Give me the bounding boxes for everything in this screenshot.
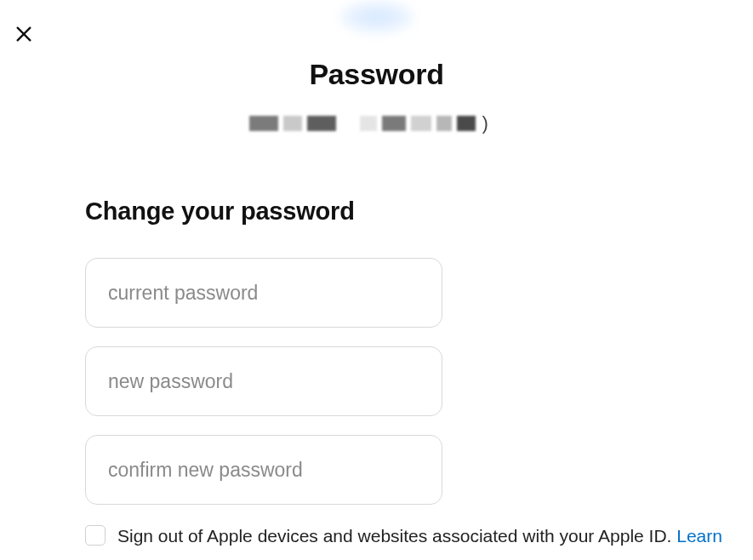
avatar-blurred [339, 0, 415, 34]
section-heading: Change your password [85, 197, 736, 226]
close-icon [14, 25, 33, 47]
close-button[interactable] [12, 24, 36, 48]
new-password-input[interactable] [85, 346, 442, 416]
account-identifier-redacted: ) [249, 112, 505, 134]
signout-label: Sign out of Apple devices and websites a… [117, 523, 722, 548]
current-password-input[interactable] [85, 258, 442, 328]
signout-checkbox-row: Sign out of Apple devices and websites a… [85, 523, 736, 548]
change-password-form: Change your password Sign out of Apple d… [85, 197, 736, 548]
confirm-password-input[interactable] [85, 435, 442, 505]
signout-label-text: Sign out of Apple devices and websites a… [117, 526, 676, 546]
learn-more-link[interactable]: Learn [676, 526, 722, 546]
page-title: Password [0, 58, 753, 91]
signout-checkbox[interactable] [85, 525, 106, 546]
